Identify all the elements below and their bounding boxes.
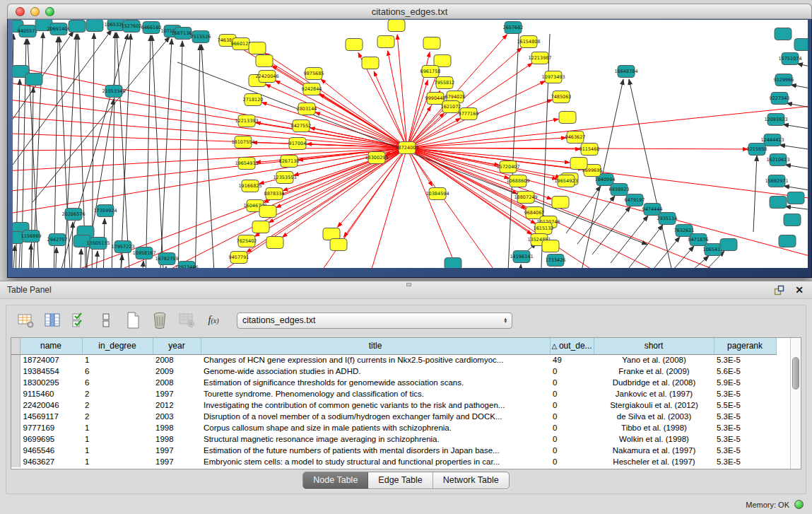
table-cell[interactable]: 0 (550, 433, 594, 445)
function-builder-icon[interactable]: f(x) (204, 311, 223, 329)
table-cell[interactable]: 0 (550, 366, 594, 377)
table-cell[interactable]: Tibbo et al. (1998) (594, 422, 714, 433)
column-visibility-icon[interactable] (43, 311, 61, 329)
table-row[interactable]: 946554611997Estimation of the future num… (11, 445, 790, 456)
table-cell[interactable]: 22420046 (20, 399, 82, 411)
graph-node[interactable] (252, 221, 269, 233)
table-cell[interactable]: 19384554 (20, 366, 82, 377)
table-cell[interactable]: 0 (550, 388, 594, 399)
table-cell[interactable]: Tourette syndrome. Phenomenology and cla… (201, 388, 550, 399)
table-cell[interactable]: 2 (82, 399, 153, 411)
table-cell[interactable]: 1 (82, 433, 153, 445)
table-cell[interactable]: 0 (550, 445, 594, 456)
table-cell[interactable]: 0 (550, 422, 594, 433)
trash-icon[interactable] (151, 311, 169, 329)
table-cell[interactable]: 5.3E-5 (714, 445, 776, 456)
table-cell[interactable]: 2008 (153, 354, 201, 366)
table-cell[interactable]: Yano et al. (2008) (594, 354, 714, 366)
column-header-title[interactable]: title (201, 338, 550, 354)
table-cell[interactable]: 1998 (153, 422, 201, 433)
table-cell[interactable]: 9115460 (20, 388, 82, 399)
table-cell[interactable]: Wolkin et al. (1998) (594, 433, 714, 445)
scrollbar-thumb[interactable] (792, 357, 799, 390)
table-cell[interactable]: 5.3E-5 (714, 388, 776, 399)
graph-node[interactable] (249, 42, 266, 54)
graph-node[interactable] (423, 37, 440, 49)
table-cell[interactable]: 5.3E-5 (714, 456, 776, 467)
table-cell[interactable]: 2009 (153, 366, 201, 377)
graph-node[interactable] (259, 206, 276, 218)
graph-node[interactable] (787, 192, 804, 204)
node-table[interactable]: namein_degreeyeartitle△ out_de...shortpa… (11, 337, 801, 469)
graph-node[interactable] (377, 36, 394, 48)
graph-node[interactable] (542, 240, 559, 252)
table-cell[interactable]: 1 (82, 354, 153, 366)
table-cell[interactable]: 5.5E-5 (714, 399, 776, 411)
table-settings-icon[interactable] (16, 311, 35, 329)
graph-node[interactable] (256, 55, 273, 67)
tab-network-table[interactable]: Network Table (433, 472, 509, 489)
table-cell[interactable]: 1 (82, 422, 153, 433)
graph-node[interactable] (346, 39, 363, 51)
table-cell[interactable]: Embryonic stem cells: a model to study s… (201, 456, 550, 467)
tab-node-table[interactable]: Node Table (303, 472, 368, 489)
column-header-in-degree[interactable]: in_degree (82, 338, 153, 354)
graph-node[interactable] (794, 39, 808, 51)
table-cell[interactable]: 2 (82, 388, 153, 399)
graph-node[interactable] (559, 112, 576, 124)
table-cell[interactable]: Dudbridge et al. (2008) (594, 377, 714, 388)
table-row[interactable]: 1938455462009Genome-wide association stu… (11, 366, 790, 377)
graph-node[interactable] (775, 28, 792, 40)
graph-node[interactable] (362, 57, 379, 69)
table-cell[interactable]: 1 (82, 445, 153, 456)
graph-node[interactable] (434, 55, 451, 67)
table-cell[interactable]: 14569117 (20, 411, 82, 422)
table-cell[interactable]: 5.3E-5 (714, 433, 776, 445)
tab-edge-table[interactable]: Edge Table (368, 472, 433, 489)
table-cell[interactable]: Structural magnetic resonance image aver… (201, 433, 550, 445)
network-canvas[interactable]: 9405571206914061065328715276026466160107… (13, 20, 808, 268)
network-window-titlebar[interactable]: citations_edges.txt (7, 4, 812, 19)
table-row[interactable]: 1830029562008Estimation of significance … (11, 377, 790, 388)
table-cell[interactable]: Disruption of a novel member of a sodium… (201, 411, 550, 422)
graph-node[interactable] (330, 239, 347, 251)
table-cell[interactable]: 1997 (153, 388, 201, 399)
graph-node[interactable] (779, 235, 796, 247)
new-table-icon[interactable] (124, 311, 142, 329)
table-cell[interactable]: 9465546 (20, 445, 82, 456)
column-header-pagerank[interactable]: pagerank (714, 338, 776, 354)
table-cell[interactable]: 2003 (153, 411, 201, 422)
table-cell[interactable]: 2008 (153, 377, 201, 388)
table-cell[interactable]: Changes of HCN gene expression and I(f) … (201, 354, 550, 366)
table-row[interactable]: 911546021997Tourette syndrome. Phenomeno… (11, 388, 790, 399)
table-cell[interactable]: 6 (82, 377, 153, 388)
table-cell[interactable]: Stergiakouli et al. (2012) (594, 399, 714, 411)
table-cell[interactable]: 0 (550, 399, 594, 411)
table-cell[interactable]: Nakamura et al. (1997) (594, 445, 714, 456)
table-cell[interactable]: Jankovic et al. (1997) (594, 388, 714, 399)
table-cell[interactable]: 18300295 (20, 377, 82, 388)
table-cell[interactable]: 9699695 (20, 433, 82, 445)
table-vertical-scrollbar[interactable] (790, 338, 801, 469)
table-cell[interactable]: 2 (82, 411, 153, 422)
table-cell[interactable]: 0 (550, 456, 594, 467)
table-cell[interactable]: 1997 (153, 456, 201, 467)
table-cell[interactable]: 1997 (153, 445, 201, 456)
graph-node[interactable] (570, 158, 587, 170)
table-row[interactable]: 1456911722003Disruption of a novel membe… (11, 411, 790, 422)
table-cell[interactable]: Franke et al. (2009) (594, 366, 714, 377)
row-select-checks-icon[interactable] (70, 311, 88, 329)
table-row[interactable]: 969969511998Structural magnetic resonanc… (11, 433, 790, 445)
column-header-out-de-[interactable]: △ out_de... (550, 338, 594, 354)
column-header-year[interactable]: year (153, 338, 201, 354)
graph-node[interactable] (770, 197, 787, 209)
graph-node[interactable] (552, 197, 569, 209)
graph-node[interactable] (25, 74, 42, 86)
table-cell[interactable]: 5.3E-5 (714, 354, 776, 366)
graph-node[interactable] (69, 21, 86, 33)
float-panel-icon[interactable] (774, 285, 784, 296)
table-cell[interactable]: Estimation of the future numbers of pati… (201, 445, 550, 456)
network-table-select[interactable]: citations_edges.txt ▴▾ (237, 313, 512, 329)
table-cell[interactable]: 0 (550, 377, 594, 388)
table-cell[interactable]: 5.9E-5 (714, 377, 776, 388)
